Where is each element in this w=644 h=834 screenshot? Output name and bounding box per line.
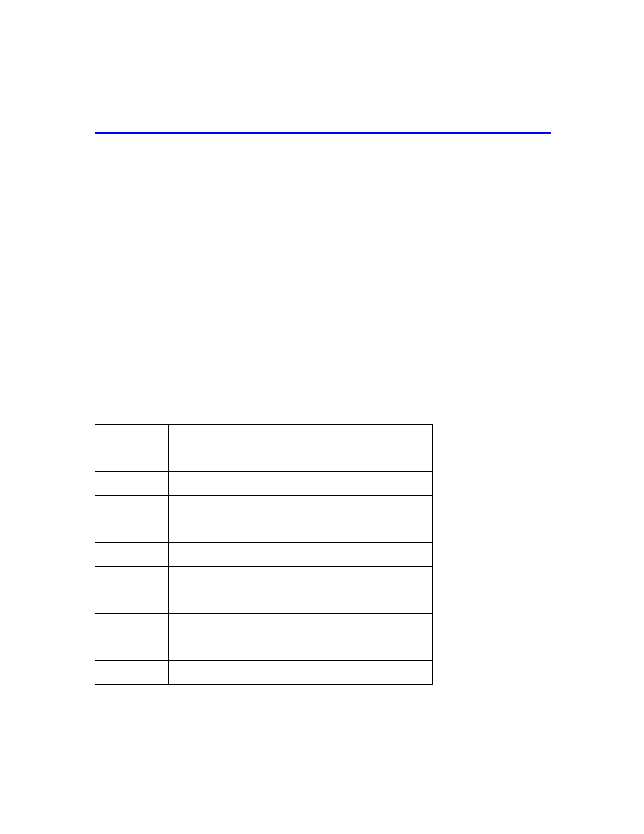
table-row	[95, 590, 433, 614]
table-row	[95, 567, 433, 590]
table-cell	[95, 661, 169, 685]
table-cell	[169, 496, 433, 519]
table-cell	[169, 614, 433, 637]
table-cell	[95, 472, 169, 496]
table-cell	[95, 448, 169, 472]
table-row	[95, 519, 433, 543]
table-row	[95, 614, 433, 637]
table-row	[95, 661, 433, 685]
table-header-cell	[95, 425, 169, 448]
table-cell	[95, 567, 169, 590]
table-cell	[169, 567, 433, 590]
table-cell	[169, 637, 433, 661]
table-cell	[169, 661, 433, 685]
table-cell	[95, 590, 169, 614]
table-row	[95, 448, 433, 472]
table-cell	[169, 472, 433, 496]
table-cell	[95, 614, 169, 637]
table-cell	[169, 543, 433, 567]
table-row	[95, 543, 433, 567]
table-row	[95, 496, 433, 519]
table-cell	[95, 543, 169, 567]
table-cell	[95, 496, 169, 519]
table-header-row	[95, 425, 433, 448]
table-row	[95, 472, 433, 496]
table-header-cell	[169, 425, 433, 448]
table-cell	[169, 448, 433, 472]
section-divider	[95, 132, 551, 134]
table-row	[95, 637, 433, 661]
table-cell	[95, 519, 169, 543]
data-table	[95, 424, 433, 685]
table-cell	[169, 590, 433, 614]
table-cell	[95, 637, 169, 661]
table-cell	[169, 519, 433, 543]
